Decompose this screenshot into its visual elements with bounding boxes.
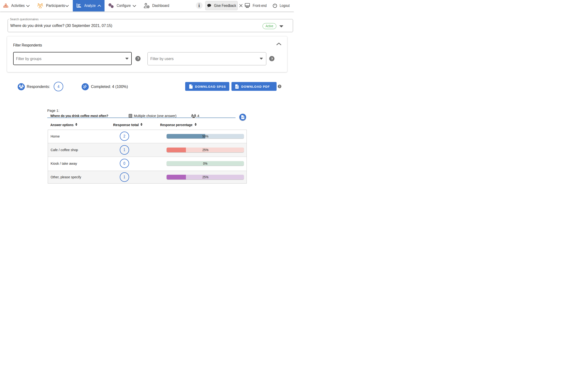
svg-text:PDF: PDF <box>235 86 238 88</box>
svg-text:PDF: PDF <box>241 117 244 118</box>
